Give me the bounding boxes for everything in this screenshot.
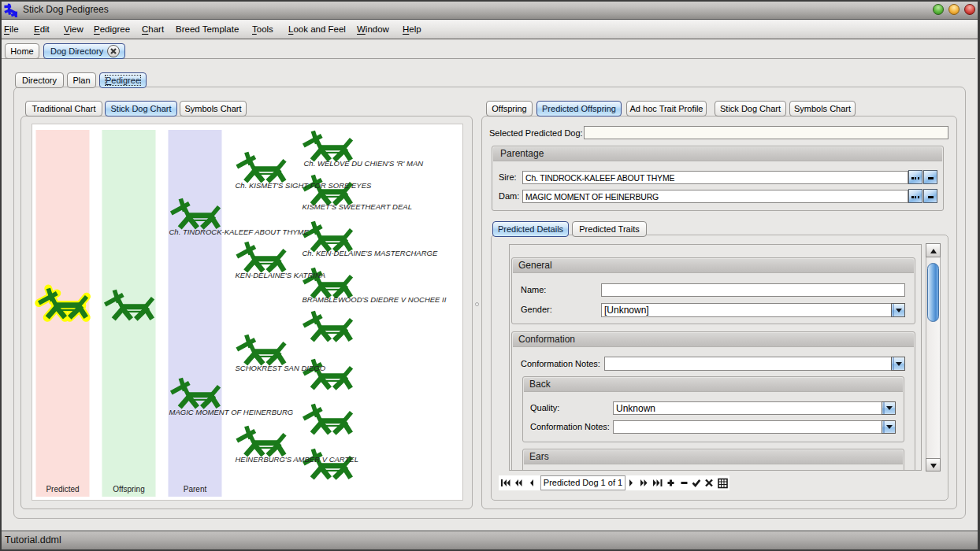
- svg-text:HEINERBURG'S AMBER V CARTEL: HEINERBURG'S AMBER V CARTEL: [236, 455, 359, 464]
- svg-text:Ch. WELOVE DU CHIEN'S 'R' MAN: Ch. WELOVE DU CHIEN'S 'R' MAN: [304, 159, 424, 168]
- svg-text:KISMET'S SWEETHEART DEAL: KISMET'S SWEETHEART DEAL: [303, 202, 412, 211]
- svg-text:Ch. KISMET'S SIGHT FOR SORE EY: Ch. KISMET'S SIGHT FOR SORE EYES: [236, 181, 373, 190]
- svg-text:SCHOKREST SAN DIEGO: SCHOKREST SAN DIEGO: [236, 364, 326, 372]
- svg-text:Ch. TINDROCK-KALEEF ABOUT THYM: Ch. TINDROCK-KALEEF ABOUT THYME: [169, 227, 310, 236]
- svg-text:Offspring: Offspring: [113, 485, 144, 494]
- svg-text:MAGIC MOMENT OF HEINERBURG: MAGIC MOMENT OF HEINERBURG: [169, 408, 294, 416]
- svg-text:Ch. KEN-DELAINE'S MASTERCHARGE: Ch. KEN-DELAINE'S MASTERCHARGE: [303, 249, 438, 257]
- svg-text:BRAMBLEWOOD'S DIEDRE V NOCHEE: BRAMBLEWOOD'S DIEDRE V NOCHEE II: [303, 295, 447, 304]
- svg-text:Parent: Parent: [184, 485, 207, 494]
- svg-text:Predicted: Predicted: [46, 485, 79, 494]
- svg-text:KEN-DELAINE'S KATRINA: KEN-DELAINE'S KATRINA: [236, 271, 326, 279]
